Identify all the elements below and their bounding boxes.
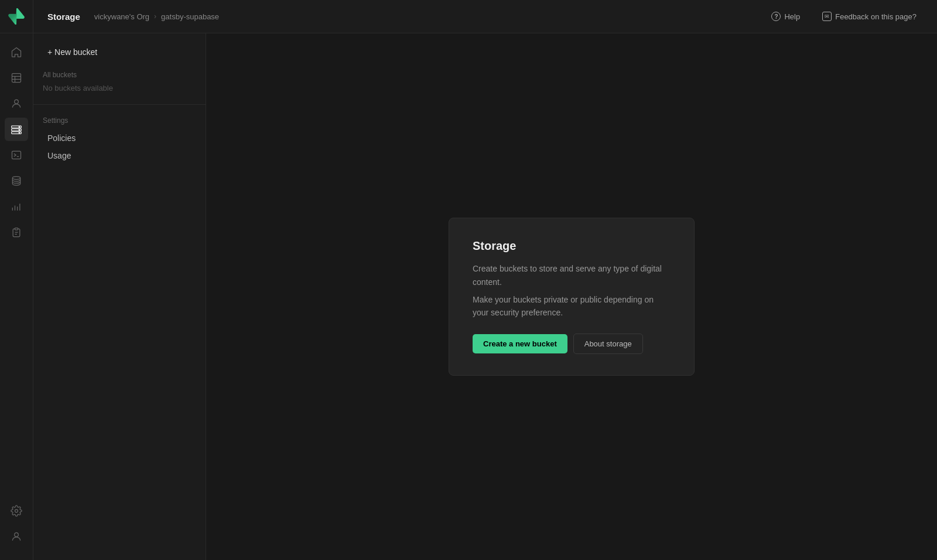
nav-item-analytics[interactable]	[5, 195, 28, 218]
sidebar-divider	[33, 104, 206, 105]
svg-rect-0	[12, 74, 21, 83]
logs-icon	[11, 226, 22, 238]
header-actions: ? Help ✉ Feedback on this page?	[765, 8, 937, 25]
terminal-icon	[11, 149, 22, 161]
storage-card-desc2: Make your buckets private or public depe…	[473, 293, 671, 319]
new-bucket-button[interactable]: + New bucket	[38, 43, 201, 61]
supabase-logo	[8, 8, 25, 25]
icon-nav	[0, 33, 33, 560]
nav-item-storage[interactable]	[5, 118, 28, 141]
nav-item-logs[interactable]	[5, 221, 28, 244]
content-area: Storage Create buckets to store and serv…	[206, 33, 937, 560]
no-buckets-message: No buckets available	[33, 81, 206, 95]
policies-label: Policies	[47, 133, 76, 143]
svg-rect-18	[15, 228, 18, 230]
sidebar-item-policies[interactable]: Policies	[38, 129, 201, 147]
help-label: Help	[784, 12, 800, 21]
breadcrumb-chevron: ›	[154, 12, 156, 20]
breadcrumb-project: gatsby-supabase	[161, 12, 219, 21]
help-icon: ?	[771, 12, 781, 21]
header: Storage vickywane's Org › gatsby-supabas…	[0, 0, 937, 33]
page-title: Storage	[47, 12, 80, 22]
nav-item-profile[interactable]	[5, 525, 28, 548]
analytics-icon	[11, 201, 22, 212]
storage-card-actions: Create a new bucket About storage	[473, 334, 671, 354]
logo-area	[0, 0, 33, 33]
header-title-area: Storage vickywane's Org › gatsby-supabas…	[33, 12, 765, 22]
nav-item-home[interactable]	[5, 40, 28, 64]
home-icon	[11, 46, 22, 58]
feedback-label: Feedback on this page?	[835, 12, 917, 21]
usage-label: Usage	[47, 151, 71, 160]
svg-point-4	[15, 99, 19, 104]
feedback-icon: ✉	[822, 12, 832, 21]
create-new-bucket-button[interactable]: Create a new bucket	[473, 334, 567, 353]
storage-card-title: Storage	[473, 239, 671, 253]
nav-item-auth[interactable]	[5, 92, 28, 115]
svg-point-22	[15, 532, 19, 537]
main-container: + New bucket All buckets No buckets avai…	[0, 33, 937, 560]
nav-item-table-editor[interactable]	[5, 66, 28, 90]
nav-item-edge-functions[interactable]	[5, 143, 28, 167]
table-icon	[11, 72, 22, 84]
svg-point-10	[19, 132, 20, 133]
nav-item-database[interactable]	[5, 169, 28, 193]
svg-point-8	[19, 126, 20, 128]
icon-nav-bottom	[5, 499, 28, 553]
breadcrumb: vickywane's Org › gatsby-supabase	[94, 12, 219, 21]
sidebar-item-usage[interactable]: Usage	[38, 147, 201, 164]
auth-icon	[11, 98, 22, 109]
all-buckets-label: All buckets	[33, 66, 206, 81]
svg-point-21	[15, 510, 18, 513]
svg-point-9	[19, 129, 20, 130]
settings-icon	[11, 505, 22, 517]
nav-item-settings[interactable]	[5, 499, 28, 523]
storage-icon	[11, 123, 22, 135]
database-icon	[11, 175, 22, 187]
profile-icon	[11, 531, 22, 542]
feedback-button[interactable]: ✉ Feedback on this page?	[816, 8, 923, 25]
about-storage-button[interactable]: About storage	[573, 334, 643, 354]
sidebar: + New bucket All buckets No buckets avai…	[33, 33, 206, 560]
svg-point-13	[12, 177, 20, 180]
help-button[interactable]: ? Help	[765, 8, 806, 25]
settings-section-label: Settings	[33, 114, 206, 129]
storage-card: Storage Create buckets to store and serv…	[449, 218, 695, 376]
breadcrumb-org[interactable]: vickywane's Org	[94, 12, 149, 21]
storage-card-desc1: Create buckets to store and serve any ty…	[473, 262, 671, 288]
